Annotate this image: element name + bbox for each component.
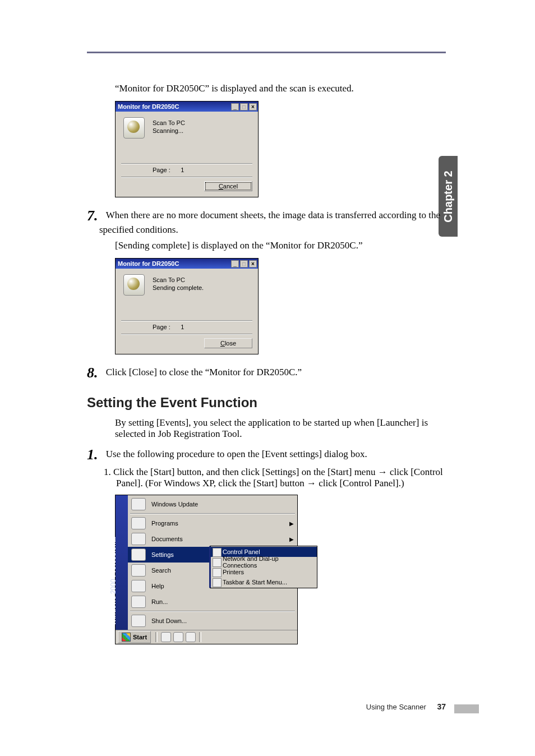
menu-documents[interactable]: Documents ▶ [128,531,297,547]
start-menu-brand: Windows 2000 Professional [109,537,117,625]
shutdown-icon [131,615,146,627]
scanner-icon [123,117,145,139]
run-icon [131,596,146,608]
taskbar: Start [116,630,297,644]
page-content: “Monitor for DR2050C” is displayed and t… [87,79,446,650]
dialog-titlebar: Monitor for DR2050C _ □ × [116,102,258,112]
flyout-label: Taskbar & Start Menu... [223,579,287,586]
step-number: 1. [87,446,98,463]
menu-programs[interactable]: Programs ▶ [128,515,297,531]
menu-divider [130,513,295,514]
search-icon [131,564,146,577]
settings-icon [131,548,146,561]
menu-shutdown[interactable]: Shut Down... [128,613,297,629]
start-menu-body: Windows 2000 Professional Windows Update… [116,495,297,630]
monitor-dialog-complete: Monitor for DR2050C _ □ × Scan To PC Sen… [115,258,259,354]
intro-text: “Monitor for DR2050C” is displayed and t… [115,83,446,94]
help-icon [131,580,146,592]
step-1: 1. Use the following procedure to open t… [99,446,446,463]
cancel-button-rest: ancel [223,183,238,190]
printers-icon [213,568,222,577]
maximize-icon: □ [240,260,248,268]
start-button[interactable]: Start [118,631,151,643]
page-counter: Page : 1 [116,321,258,333]
start-button-label: Start [133,634,147,640]
step-text: When there are no more document sheets, … [99,210,440,235]
menu-label: Windows Update [151,501,198,508]
flyout-taskbar[interactable]: Taskbar & Start Menu... [210,577,317,587]
cancel-button[interactable]: Cancel [204,181,252,191]
dialog-titlebar: Monitor for DR2050C _ □ × [116,259,258,269]
menu-label: Help [151,583,164,589]
scanner-icon [123,274,145,296]
step-number: 7. [87,208,98,224]
windows-flag-icon [122,633,131,642]
submenu-arrow-icon: ▶ [289,520,294,527]
page-label: Page : [153,324,170,330]
dialog-body: Scan To PC Sending complete. [116,269,258,318]
menu-label: Documents [151,536,183,542]
control-panel-icon [213,548,222,557]
page-counter: Page : 1 [116,164,258,176]
close-button[interactable]: Close [204,338,252,348]
menu-label: Search [151,567,171,574]
tray-desktop-icon[interactable] [161,632,171,642]
step-text: Use the following procedure to open the … [103,449,367,459]
flyout-printers[interactable]: Printers [210,567,317,577]
flyout-network[interactable]: Network and Dial-up Connections [210,557,317,567]
dialog-title: Monitor for DR2050C [118,260,230,267]
header-rule [87,52,446,53]
flyout-label: Control Panel [223,548,260,555]
tray-outlook-icon[interactable] [186,632,196,642]
scan-mode: Scan To PC [153,276,252,283]
network-icon [213,558,222,567]
scan-status: Scanning... [153,127,252,134]
scan-mode: Scan To PC [153,119,252,126]
footer-page-number: 37 [437,702,446,711]
footer-tab [454,704,479,713]
monitor-dialog-scanning: Monitor for DR2050C _ □ × Scan To PC Sca… [115,101,259,197]
documents-icon [131,533,146,545]
menu-windows-update[interactable]: Windows Update [128,496,297,512]
step-7: 7. When there are no more document sheet… [99,208,446,236]
step-7-sub: [Sending complete] is displayed on the “… [115,240,446,251]
dialog-footer: Close [116,335,258,354]
step-text: Click [Close] to close the “Monitor for … [103,367,302,377]
minimize-icon[interactable]: _ [231,103,239,110]
start-menu-brand-bar: Windows 2000 Professional [116,495,128,630]
tray-ie-icon[interactable] [173,632,183,642]
submenu-arrow-icon: ▶ [289,536,294,542]
dialog-footer: Cancel [116,178,258,197]
start-menu-list: Windows Update Programs ▶ Documents ▶ Se… [128,495,297,630]
taskbar-separator [199,632,201,642]
section-heading: Setting the Event Function [87,395,446,411]
start-menu: Windows 2000 Professional Windows Update… [115,495,298,644]
settings-flyout: Control Panel Network and Dial-up Connec… [210,546,317,588]
dialog-body: Scan To PC Scanning... [116,112,258,161]
menu-label: Run... [151,598,168,605]
flyout-label: Printers [223,569,244,575]
minimize-icon[interactable]: _ [231,260,239,268]
maximize-icon: □ [240,103,248,110]
programs-icon [131,517,146,529]
page-value: 1 [181,167,184,173]
menu-divider [130,611,295,612]
menu-run[interactable]: Run... [128,594,297,610]
page-value: 1 [181,324,184,330]
step-1-sub1: 1. Click the [Start] button, and then cl… [116,467,446,489]
step-8: 8. Click [Close] to close the “Monitor f… [99,365,446,381]
section-intro: By setting [Events], you select the appl… [115,417,446,440]
close-icon[interactable]: × [249,260,257,268]
page-label: Page : [153,167,170,173]
scan-status: Sending complete. [153,284,252,291]
menu-label: Programs [151,520,178,527]
menu-label: Settings [151,551,174,558]
windows-update-icon [131,498,146,510]
step-number: 8. [87,365,98,381]
page-footer: Using the Scanner 37 [87,702,446,711]
close-button-rest: lose [225,340,236,347]
taskbar-icon [213,578,222,587]
menu-label: Shut Down... [151,617,187,624]
close-icon[interactable]: × [249,103,257,110]
dialog-title: Monitor for DR2050C [118,103,230,110]
